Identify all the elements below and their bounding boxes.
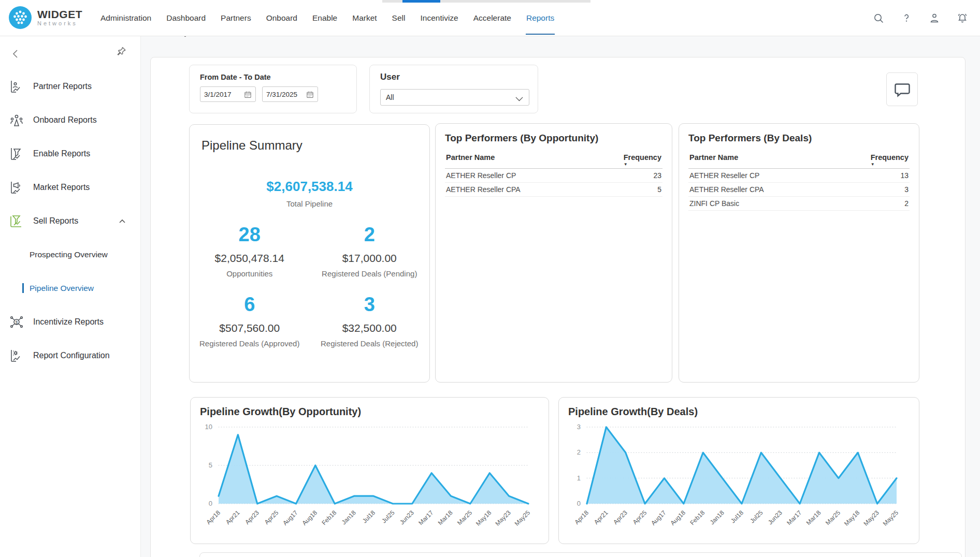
user-select-value: All	[386, 93, 394, 101]
top-performers-opportunity-title: Top Performers (By Opportunity)	[436, 124, 672, 144]
pipeline-summary-title: Pipeline Summary	[190, 125, 429, 153]
stat-count: 28	[190, 224, 310, 246]
search-icon[interactable]	[872, 12, 885, 24]
stat-amount: $2,050,478.14	[190, 252, 310, 265]
sell-reports-icon	[9, 213, 24, 229]
summary-stat-registered-deals-approved: 6$507,560.00Registered Deals (Approved)	[190, 294, 310, 348]
svg-text:Mar18: Mar18	[805, 509, 823, 526]
svg-text:Apr23: Apr23	[243, 509, 261, 526]
onboard-reports-icon	[9, 112, 24, 128]
column-partner-name: Partner Name	[446, 153, 495, 166]
sidebar-item-incentivize-reports[interactable]: $Incentivize Reports	[0, 305, 140, 339]
svg-text:Aug18: Aug18	[669, 509, 687, 527]
user-icon[interactable]	[928, 12, 941, 24]
svg-text:1: 1	[577, 474, 581, 482]
svg-text:0: 0	[209, 500, 212, 507]
svg-text:Aug18: Aug18	[301, 509, 319, 527]
table-row: AETHER Reseller CP23	[445, 169, 662, 183]
cell-frequency: 3	[904, 185, 909, 194]
to-date-field[interactable]	[262, 86, 318, 102]
column-frequency-sortable[interactable]: Frequency ▼	[871, 153, 909, 166]
sidebar-item-label: Report Configuration	[33, 351, 110, 360]
stat-count: 2	[310, 224, 430, 246]
svg-text:Mar17: Mar17	[417, 509, 435, 526]
brand-logo[interactable]: WIDGET Networks	[8, 6, 82, 30]
from-date-input[interactable]	[204, 91, 241, 98]
top-performers-deals-title: Top Performers (By Deals)	[679, 124, 919, 144]
sidebar-subitem-label: Pipeline Overview	[30, 284, 94, 293]
svg-text:May18: May18	[474, 509, 493, 527]
sidebar-item-sell-reports[interactable]: Sell Reports	[0, 204, 140, 238]
svg-text:May23: May23	[494, 509, 512, 527]
svg-text:Apr25: Apr25	[263, 509, 280, 526]
svg-text:Feb18: Feb18	[320, 509, 338, 526]
nav-item-reports[interactable]: Reports	[526, 2, 555, 35]
svg-text:Jun23: Jun23	[767, 509, 784, 526]
market-reports-icon	[9, 180, 24, 195]
incentivize-reports-icon: $	[9, 314, 24, 330]
calendar-icon[interactable]	[306, 91, 314, 98]
cell-partner-name: AETHER Reseller CP	[689, 171, 759, 180]
svg-text:Jan18: Jan18	[340, 509, 357, 526]
user-select[interactable]: All	[380, 89, 529, 106]
nav-item-dashboard[interactable]: Dashboard	[166, 2, 206, 35]
pipeline-summary-stats: 28$2,050,478.14Opportunities2$17,000.00R…	[190, 224, 429, 348]
chevron-down-icon	[515, 95, 524, 100]
stat-label: Registered Deals (Pending)	[310, 269, 430, 278]
main-nav: AdministrationDashboardPartnersOnboardEn…	[100, 0, 555, 36]
column-partner-name: Partner Name	[689, 153, 738, 166]
nav-item-market[interactable]: Market	[352, 2, 377, 35]
top-performers-opportunity-table: Partner Name Frequency ▼ AETHER Reseller…	[445, 150, 662, 197]
sidebar-item-onboard-reports[interactable]: Onboard Reports	[0, 103, 140, 137]
table-row: AETHER Reseller CP13	[688, 169, 910, 183]
sidebar-item-label: Enable Reports	[33, 149, 90, 158]
sidebar-collapse-icon[interactable]	[9, 48, 22, 60]
stat-label: Opportunities	[190, 269, 310, 278]
sidebar-item-label: Onboard Reports	[33, 115, 97, 125]
nav-item-onboard[interactable]: Onboard	[266, 2, 298, 35]
enable-reports-icon	[9, 146, 24, 162]
nav-item-incentivize[interactable]: Incentivize	[420, 2, 458, 35]
top-performers-deals-card: Top Performers (By Deals) Partner Name F…	[679, 123, 919, 383]
nav-item-accelerate[interactable]: Accelerate	[473, 2, 512, 35]
sidebar-item-prospecting-overview[interactable]: Prospecting Overview	[0, 238, 140, 271]
nav-item-sell[interactable]: Sell	[392, 2, 406, 35]
column-frequency-sortable[interactable]: Frequency ▼	[624, 153, 661, 166]
sidebar-item-pipeline-overview[interactable]: Pipeline Overview	[0, 271, 140, 305]
sidebar-item-label: Market Reports	[33, 183, 90, 192]
sidebar-item-enable-reports[interactable]: Enable Reports	[0, 137, 140, 170]
from-date-field[interactable]	[200, 86, 256, 102]
cell-frequency: 2	[904, 199, 909, 208]
top-icons	[872, 0, 969, 36]
pin-icon[interactable]	[116, 46, 127, 57]
svg-text:Apr23: Apr23	[612, 509, 629, 526]
user-filter-card: User All	[369, 65, 538, 113]
nav-item-partners[interactable]: Partners	[220, 2, 252, 35]
cell-partner-name: AETHER Reseller CP	[446, 171, 516, 180]
help-icon[interactable]	[900, 12, 913, 24]
top-performers-deals-table: Partner Name Frequency ▼ AETHER Reseller…	[688, 150, 910, 211]
sidebar-item-report-configuration[interactable]: Report Configuration	[0, 339, 140, 372]
svg-text:Apr21: Apr21	[224, 509, 241, 526]
svg-text:Mar25: Mar25	[456, 509, 473, 526]
sidebar-item-partner-reports[interactable]: Partner Reports	[0, 69, 140, 103]
sort-desc-icon: ▼	[871, 163, 909, 166]
to-date-input[interactable]	[266, 91, 304, 98]
partner-reports-icon	[9, 79, 24, 94]
total-pipeline-value: $2,607,538.14	[190, 179, 429, 195]
sidebar-item-market-reports[interactable]: Market Reports	[0, 170, 140, 204]
nav-item-administration[interactable]: Administration	[100, 2, 152, 35]
nav-item-enable[interactable]: Enable	[312, 2, 338, 35]
cell-partner-name: AETHER Reseller CPA	[689, 185, 764, 194]
chevron-up-icon[interactable]	[118, 216, 127, 226]
sort-desc-icon: ▼	[624, 163, 661, 166]
active-item-indicator	[22, 283, 24, 293]
calendar-icon[interactable]	[244, 91, 252, 98]
svg-text:Mar17: Mar17	[785, 509, 803, 526]
notifications-icon[interactable]	[956, 12, 969, 24]
svg-text:Jun23: Jun23	[398, 509, 415, 526]
next-card-clipped-edge	[199, 552, 962, 557]
svg-text:0: 0	[577, 500, 581, 507]
stat-amount: $17,000.00	[310, 252, 430, 265]
feedback-button[interactable]	[886, 72, 918, 106]
